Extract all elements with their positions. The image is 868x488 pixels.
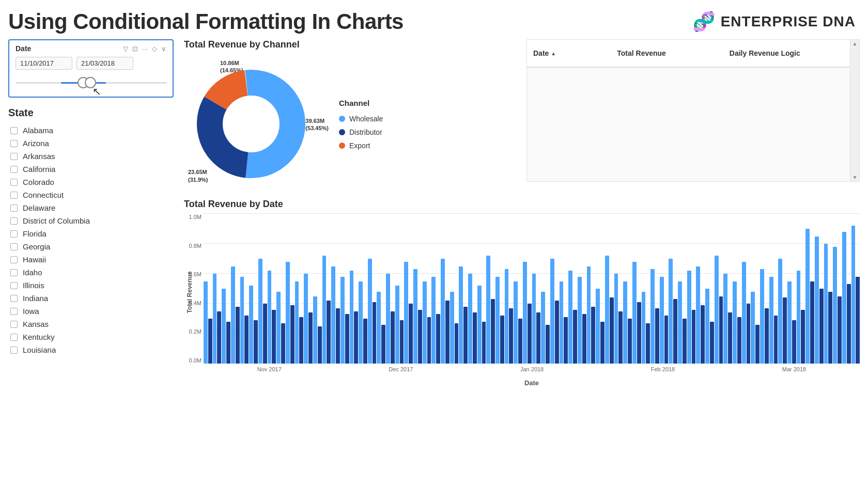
state-item[interactable]: Arkansas [8, 151, 174, 162]
bar-distributor [418, 310, 422, 364]
state-item[interactable]: California [8, 164, 174, 175]
state-checkbox[interactable] [10, 295, 18, 302]
state-checkbox[interactable] [10, 334, 18, 341]
state-checkbox[interactable] [10, 282, 18, 289]
expand-icon[interactable]: ⊡ [132, 45, 138, 53]
bar-group [413, 269, 422, 364]
eraser-icon[interactable]: ◇ [152, 45, 157, 53]
state-item[interactable]: Indiana [8, 293, 174, 304]
bar-distributor [409, 304, 413, 364]
bar-group [404, 262, 413, 364]
state-checkbox[interactable] [10, 127, 18, 134]
state-checkbox[interactable] [10, 308, 18, 315]
state-checkbox[interactable] [10, 153, 18, 160]
state-checkbox[interactable] [10, 321, 18, 328]
bar-wholesale [614, 274, 618, 364]
state-label: California [23, 165, 55, 174]
state-item[interactable]: Florida [8, 228, 174, 239]
bar-group [276, 292, 285, 364]
state-item[interactable]: Alabama [8, 125, 174, 136]
bar-wholesale [477, 286, 482, 364]
bar-group [240, 277, 249, 364]
bar-group [359, 281, 367, 364]
y-label-5: 1.0M [184, 214, 202, 220]
bar-group [587, 266, 596, 364]
date-slicer-icons: ▽ ⊡ ··· ◇ ∨ [123, 45, 166, 53]
bar-distributor [664, 316, 669, 364]
bar-group [331, 266, 340, 364]
state-list: Alabama Arizona Arkansas California Colo… [8, 125, 174, 355]
bar-wholesale [304, 274, 308, 364]
state-checkbox[interactable] [10, 166, 18, 173]
legend-item-distributor: Distributor [339, 128, 383, 136]
bar-group [431, 277, 440, 364]
state-item[interactable]: Connecticut [8, 190, 174, 200]
donut-section: Total Revenue by Channel 10.86M(14.65%) … [184, 39, 516, 194]
state-item[interactable]: Colorado [8, 177, 174, 187]
end-date-input[interactable] [76, 57, 133, 70]
bar-wholesale [650, 269, 655, 364]
start-date-input[interactable] [16, 57, 72, 70]
collapse-icon[interactable]: ∨ [161, 45, 166, 53]
donut-label-wholesale: 39.63M(53.45%) [305, 117, 329, 132]
bar-distributor [518, 319, 522, 364]
state-checkbox[interactable] [10, 243, 18, 250]
col-total-revenue[interactable]: Total Revenue [611, 47, 723, 59]
bar-distributor [455, 323, 459, 364]
state-checkbox[interactable] [10, 192, 18, 199]
state-item[interactable]: Georgia [8, 241, 174, 252]
bar-wholesale [359, 281, 363, 364]
bar-wholesale [222, 289, 226, 364]
bar-group [742, 262, 751, 364]
bar-group [678, 281, 687, 364]
state-checkbox[interactable] [10, 204, 18, 212]
filter-icon[interactable]: ▽ [123, 45, 128, 53]
slider-thumbs[interactable]: ↖ [82, 77, 96, 88]
bar-wholesale [322, 256, 327, 364]
state-label: Arkansas [23, 152, 55, 161]
state-item[interactable]: Louisiana [8, 344, 174, 355]
bar-distributor [500, 316, 504, 364]
state-item[interactable]: Illinois [8, 280, 174, 291]
bar-group [696, 266, 705, 364]
state-checkbox[interactable] [10, 230, 18, 238]
state-item[interactable]: Idaho [8, 267, 174, 278]
bar-distributor [828, 292, 832, 364]
state-item[interactable]: District of Columbia [8, 215, 174, 226]
state-item[interactable]: Kansas [8, 319, 174, 329]
more-icon[interactable]: ··· [142, 45, 148, 53]
bar-distributor [591, 307, 595, 364]
date-inputs [16, 57, 166, 70]
bar-distributor [482, 322, 486, 364]
bar-group [797, 271, 805, 364]
y-label-1: 0.2M [184, 328, 202, 335]
bar-distributor [573, 310, 577, 364]
col-date[interactable]: Date ▲ [527, 47, 611, 59]
scroll-up-arrow[interactable]: ▲ [853, 41, 858, 46]
table-right-scrollbar[interactable]: ▲ ▼ [850, 40, 859, 181]
state-checkbox[interactable] [10, 256, 18, 263]
state-checkbox[interactable] [10, 140, 18, 147]
bar-group [204, 281, 212, 364]
donut-chart-area: 10.86M(14.65%) 23.65M(31.9%) 39.63M(53.4… [184, 54, 329, 194]
date-slider[interactable]: ↖ [16, 75, 166, 90]
state-checkbox[interactable] [10, 347, 18, 354]
state-checkbox[interactable] [10, 179, 18, 186]
y-label-0: 0.0M [184, 357, 202, 364]
state-item[interactable]: Kentucky [8, 332, 174, 342]
scroll-down-arrow[interactable]: ▼ [853, 175, 858, 180]
state-item[interactable]: Hawaii [8, 254, 174, 265]
donut-svg [194, 67, 308, 181]
bar-distributor [373, 302, 377, 364]
col-daily-revenue-logic[interactable]: Daily Revenue Logic [723, 47, 850, 59]
bar-group [249, 286, 258, 364]
top-charts: Total Revenue by Channel 10.86M(14.65%) … [184, 39, 860, 194]
state-item[interactable]: Delaware [8, 202, 174, 213]
state-checkbox[interactable] [10, 217, 18, 225]
cursor-pointer: ↖ [92, 85, 101, 98]
state-item[interactable]: Iowa [8, 306, 174, 317]
state-checkbox[interactable] [10, 269, 18, 276]
bar-wholesale [587, 266, 591, 364]
state-label: District of Columbia [23, 216, 90, 225]
state-item[interactable]: Arizona [8, 138, 174, 149]
